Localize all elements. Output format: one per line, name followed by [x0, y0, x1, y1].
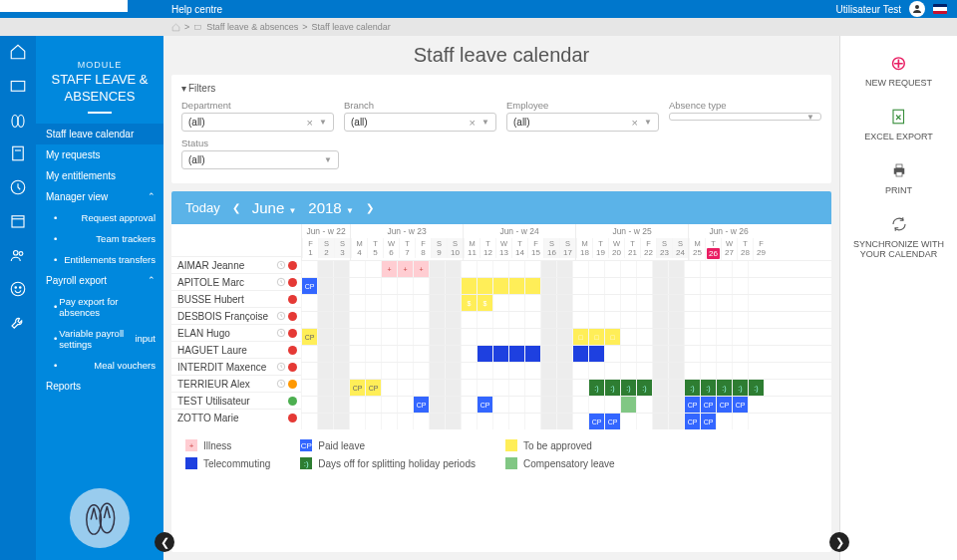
calendar-cell[interactable] — [429, 329, 445, 345]
calendar-cell[interactable] — [700, 278, 716, 294]
calendar-cell[interactable] — [381, 329, 397, 345]
calendar-cell[interactable] — [604, 346, 620, 362]
calendar-cell[interactable] — [429, 363, 445, 379]
calendar-cell[interactable] — [445, 346, 461, 362]
calendar-cell[interactable] — [477, 363, 492, 379]
calendar-cell[interactable] — [636, 329, 652, 345]
calendar-cell[interactable] — [620, 363, 636, 379]
calendar-cell[interactable]: :) — [732, 380, 748, 396]
rail-flipflop-icon[interactable] — [8, 110, 28, 130]
calendar-cell[interactable] — [636, 414, 652, 429]
calendar-cell[interactable] — [732, 295, 748, 311]
calendar-cell[interactable] — [620, 329, 636, 345]
calendar-cell[interactable] — [556, 329, 572, 345]
calendar-cell[interactable] — [668, 278, 684, 294]
calendar-cell[interactable] — [732, 346, 748, 362]
calendar-cell[interactable] — [732, 278, 748, 294]
calendar-cell[interactable]: □ — [588, 329, 604, 345]
calendar-cell[interactable]: CP — [588, 414, 604, 429]
employee-name[interactable]: BUSSE Hubert — [171, 294, 301, 305]
calendar-cell[interactable] — [477, 261, 492, 277]
home-icon[interactable] — [171, 23, 180, 32]
calendar-cell[interactable]: CP — [477, 397, 492, 413]
calendar-cell[interactable] — [668, 397, 684, 413]
calendar-cell[interactable] — [381, 414, 397, 429]
calendar-cell[interactable] — [445, 363, 461, 379]
calendar-cell[interactable] — [556, 295, 572, 311]
calendar-cell[interactable] — [397, 380, 413, 396]
calendar-cell[interactable] — [365, 329, 381, 345]
calendar-cell[interactable] — [540, 346, 556, 362]
nav-my-requests[interactable]: My requests — [36, 144, 163, 165]
calendar-cell[interactable] — [508, 312, 524, 328]
calendar-cell[interactable] — [492, 278, 508, 294]
calendar-cell[interactable] — [556, 278, 572, 294]
calendar-cell[interactable] — [397, 363, 413, 379]
calendar-cell[interactable] — [652, 397, 668, 413]
calendar-cell[interactable]: CP — [301, 278, 317, 294]
calendar-cell[interactable] — [508, 295, 524, 311]
calendar-cell[interactable] — [572, 346, 588, 362]
calendar-cell[interactable]: CP — [716, 397, 732, 413]
calendar-cell[interactable] — [652, 329, 668, 345]
calendar-cell[interactable] — [413, 363, 429, 379]
calendar-cell[interactable]: CP — [700, 397, 716, 413]
calendar-cell[interactable]: $ — [477, 295, 492, 311]
language-flag-icon[interactable] — [933, 4, 947, 14]
calendar-cell[interactable] — [413, 278, 429, 294]
calendar-cell[interactable] — [461, 414, 477, 429]
calendar-cell[interactable] — [572, 312, 588, 328]
calendar-cell[interactable] — [429, 278, 445, 294]
calendar-cell[interactable] — [477, 380, 492, 396]
calendar-cell[interactable] — [365, 397, 381, 413]
breadcrumb-module[interactable]: Staff leave & absences — [206, 22, 298, 32]
calendar-cell[interactable]: :) — [636, 380, 652, 396]
calendar-cell[interactable] — [461, 363, 477, 379]
calendar-cell[interactable] — [317, 363, 333, 379]
calendar-cell[interactable] — [668, 380, 684, 396]
calendar-cell[interactable] — [365, 295, 381, 311]
calendar-cell[interactable] — [349, 329, 365, 345]
calendar-cell[interactable] — [700, 261, 716, 277]
calendar-cell[interactable] — [684, 261, 700, 277]
calendar-cell[interactable] — [684, 295, 700, 311]
calendar-cell[interactable]: □ — [604, 329, 620, 345]
calendar-cell[interactable] — [349, 278, 365, 294]
calendar-cell[interactable] — [652, 295, 668, 311]
calendar-cell[interactable] — [652, 380, 668, 396]
calendar-cell[interactable] — [524, 414, 540, 429]
calendar-cell[interactable] — [301, 397, 317, 413]
calendar-cell[interactable] — [524, 261, 540, 277]
year-select[interactable]: 2018 ▼ — [308, 199, 353, 216]
calendar-cell[interactable] — [492, 397, 508, 413]
calendar-cell[interactable] — [365, 363, 381, 379]
collapse-actions-button[interactable]: ❯ — [829, 532, 849, 552]
calendar-cell[interactable] — [668, 261, 684, 277]
calendar-cell[interactable] — [748, 397, 764, 413]
calendar-cell[interactable] — [524, 380, 540, 396]
calendar-cell[interactable] — [429, 346, 445, 362]
calendar-cell[interactable] — [333, 329, 349, 345]
calendar-cell[interactable] — [413, 380, 429, 396]
calendar-cell[interactable] — [301, 295, 317, 311]
calendar-cell[interactable] — [572, 414, 588, 429]
calendar-cell[interactable]: □ — [572, 329, 588, 345]
calendar-cell[interactable] — [445, 380, 461, 396]
calendar-cell[interactable] — [668, 363, 684, 379]
calendar-cell[interactable] — [381, 346, 397, 362]
nav-entitlements-transfers[interactable]: Entitlements transfers — [36, 249, 163, 270]
calendar-cell[interactable] — [716, 414, 732, 429]
calendar-cell[interactable] — [700, 363, 716, 379]
nav-staff-leave-calendar[interactable]: Staff leave calendar — [36, 124, 163, 144]
calendar-cell[interactable] — [572, 295, 588, 311]
calendar-cell[interactable] — [732, 312, 748, 328]
calendar-cell[interactable] — [620, 295, 636, 311]
calendar-cell[interactable] — [636, 346, 652, 362]
calendar-cell[interactable] — [668, 414, 684, 429]
calendar-cell[interactable] — [445, 329, 461, 345]
calendar-cell[interactable] — [461, 278, 477, 294]
calendar-cell[interactable] — [317, 397, 333, 413]
calendar-cell[interactable] — [317, 346, 333, 362]
calendar-cell[interactable] — [604, 278, 620, 294]
calendar-cell[interactable] — [492, 295, 508, 311]
